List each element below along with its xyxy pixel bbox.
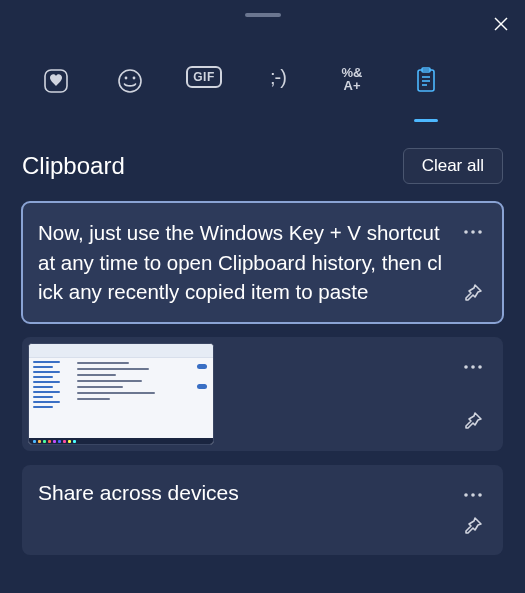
tab-symbols[interactable]: %& A+: [332, 66, 372, 114]
close-icon: [493, 16, 509, 32]
more-icon: [464, 365, 482, 369]
more-button[interactable]: [457, 479, 489, 510]
clear-all-button[interactable]: Clear all: [403, 148, 503, 184]
pin-button[interactable]: [457, 510, 489, 541]
tab-recent[interactable]: [36, 66, 76, 114]
item-actions: [453, 465, 493, 555]
clipboard-thumbnail: [28, 343, 214, 445]
kaomoji-icon: ;-): [270, 66, 286, 89]
heart-square-icon: [41, 66, 71, 96]
panel-header: Clipboard Clear all: [0, 114, 525, 184]
symbols-icon: %& A+: [342, 66, 363, 92]
tab-clipboard[interactable]: [406, 66, 446, 114]
svg-point-18: [471, 493, 475, 497]
clipboard-item-content: Share across devices: [38, 481, 443, 505]
pin-button[interactable]: [457, 277, 489, 309]
close-button[interactable]: [487, 10, 515, 38]
page-title: Clipboard: [22, 152, 125, 180]
item-actions: [453, 202, 493, 323]
pin-icon: [463, 283, 483, 303]
clipboard-item-text[interactable]: Share across devices: [22, 465, 503, 555]
pin-button[interactable]: [457, 405, 489, 437]
more-icon: [464, 493, 482, 497]
svg-point-17: [464, 493, 468, 497]
svg-point-5: [133, 77, 136, 80]
clipboard-item-content: Now, just use the Windows Key + V shortc…: [38, 218, 443, 307]
svg-point-4: [125, 77, 128, 80]
smiley-icon: [115, 66, 145, 96]
clipboard-item-text[interactable]: Now, just use the Windows Key + V shortc…: [22, 202, 503, 323]
category-tabs: GIF ;-) %& A+: [0, 0, 525, 114]
svg-point-11: [464, 230, 468, 234]
tab-kaomoji[interactable]: ;-): [258, 66, 298, 114]
svg-point-14: [464, 365, 468, 369]
more-button[interactable]: [457, 351, 489, 383]
gif-icon: GIF: [186, 66, 222, 88]
svg-point-16: [478, 365, 482, 369]
pin-icon: [463, 516, 483, 536]
drag-handle[interactable]: [245, 13, 281, 17]
pin-icon: [463, 411, 483, 431]
svg-point-13: [478, 230, 482, 234]
more-button[interactable]: [457, 216, 489, 248]
svg-point-15: [471, 365, 475, 369]
clipboard-items: Now, just use the Windows Key + V shortc…: [0, 184, 525, 555]
more-icon: [464, 230, 482, 234]
svg-point-3: [119, 70, 141, 92]
item-actions: [453, 337, 493, 451]
tab-emoji[interactable]: [110, 66, 150, 114]
svg-point-19: [478, 493, 482, 497]
svg-point-12: [471, 230, 475, 234]
clipboard-icon: [412, 66, 440, 94]
tab-gif[interactable]: GIF: [184, 66, 224, 114]
clipboard-item-image[interactable]: [22, 337, 503, 451]
